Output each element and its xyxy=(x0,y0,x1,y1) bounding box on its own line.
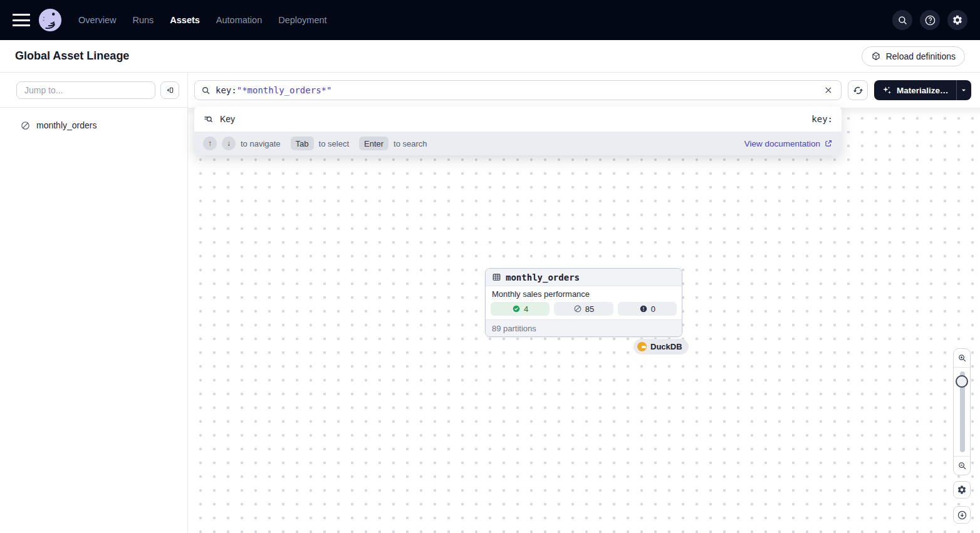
duckdb-icon xyxy=(637,342,647,351)
external-link-icon xyxy=(824,139,833,148)
help-button[interactable] xyxy=(920,10,940,30)
filter-search-icon xyxy=(203,114,214,125)
menu-icon[interactable] xyxy=(13,14,30,26)
nav-item-automation[interactable]: Automation xyxy=(216,15,262,25)
query-value-token: "*monthly_orders*" xyxy=(237,85,332,95)
query-key-token: key: xyxy=(216,85,237,95)
compute-kind-tag-duckdb[interactable]: DuckDB xyxy=(633,339,689,354)
gear-icon xyxy=(952,14,963,26)
app-root: Overview Runs Assets Automation Deployme… xyxy=(0,0,980,533)
compute-kind-label: DuckDB xyxy=(650,342,682,351)
missing-count: 85 xyxy=(585,304,594,314)
asset-selection-input[interactable]: key:"*monthly_orders*" xyxy=(194,80,842,100)
chevron-down-icon xyxy=(960,86,967,94)
nav-item-deployment[interactable]: Deployment xyxy=(278,15,326,25)
zoom-out-button[interactable] xyxy=(954,457,970,475)
slash-circle-icon xyxy=(573,304,582,313)
refresh-graph-button[interactable] xyxy=(848,80,868,100)
asset-sidebar: monthly_orders xyxy=(0,73,188,533)
materialized-partitions-pill: 4 xyxy=(491,302,550,316)
materialize-label: Materialize… xyxy=(897,86,949,95)
search-icon xyxy=(897,15,908,26)
close-icon xyxy=(824,86,833,95)
asset-node-body: Monthly sales performance 4 85 0 xyxy=(486,286,682,319)
asset-node-footer: 89 partitions xyxy=(486,319,682,336)
search-suggestion-dropdown: Key key: ↑ ↓ to navigate Tab to select E… xyxy=(194,106,842,155)
missing-partitions-pill: 85 xyxy=(554,302,613,316)
zoom-slider xyxy=(954,368,970,456)
materialize-button[interactable]: Materialize… xyxy=(874,80,956,100)
dagster-logo-icon[interactable] xyxy=(38,8,62,32)
collapse-panel-icon xyxy=(165,85,175,95)
reload-definitions-button[interactable]: Reload definitions xyxy=(862,46,965,66)
enter-key-chip: Enter xyxy=(359,137,388,150)
gear-icon xyxy=(957,485,967,495)
asset-node-monthly-orders[interactable]: monthly_orders Monthly sales performance… xyxy=(485,268,682,337)
select-hint: to select xyxy=(319,139,349,148)
page-header: Global Asset Lineage Reload definitions xyxy=(0,40,980,73)
download-circle-icon xyxy=(957,510,967,520)
arrow-up-key-icon: ↑ xyxy=(203,137,217,150)
graph-settings-button[interactable] xyxy=(953,481,971,499)
reload-definitions-label: Reload definitions xyxy=(886,51,956,61)
zoom-in-button[interactable] xyxy=(954,349,970,367)
dropdown-footer: ↑ ↓ to navigate Tab to select Enter to s… xyxy=(194,132,842,155)
top-nav: Overview Runs Assets Automation Deployme… xyxy=(0,0,980,40)
partition-status-pills: 4 85 0 xyxy=(491,302,677,316)
sidebar-toolbar xyxy=(0,73,187,108)
nav-item-overview[interactable]: Overview xyxy=(78,15,116,25)
asset-name: monthly_orders xyxy=(506,272,580,282)
sparkles-icon xyxy=(882,85,892,96)
asset-description: Monthly sales performance xyxy=(491,289,677,302)
arrow-down-key-icon: ↓ xyxy=(222,137,236,150)
clear-search-button[interactable] xyxy=(821,83,836,98)
page-title: Global Asset Lineage xyxy=(15,49,129,63)
asset-node-header: monthly_orders xyxy=(486,269,682,286)
search-button[interactable] xyxy=(892,10,912,30)
search-hint: to search xyxy=(394,139,427,148)
collapse-panel-button[interactable] xyxy=(160,81,179,99)
view-documentation-label: View documentation xyxy=(744,139,820,148)
materialized-count: 4 xyxy=(524,304,528,314)
materialize-split-button: Materialize… xyxy=(874,80,971,100)
view-documentation-link[interactable]: View documentation xyxy=(744,139,833,148)
nav-item-assets[interactable]: Assets xyxy=(170,15,200,25)
materialize-options-button[interactable] xyxy=(956,80,971,100)
partitions-count-label: 89 partitions xyxy=(492,324,536,333)
nav-item-runs[interactable]: Runs xyxy=(132,15,154,25)
jump-to-input[interactable] xyxy=(16,81,155,99)
table-icon xyxy=(492,272,501,282)
tab-key-chip: Tab xyxy=(291,137,314,150)
zoom-slider-handle[interactable] xyxy=(956,375,968,388)
settings-button[interactable] xyxy=(947,10,967,30)
check-circle-icon xyxy=(512,304,521,313)
unpartitioned-status-icon xyxy=(20,120,31,131)
refresh-icon xyxy=(853,85,863,96)
alert-circle-icon xyxy=(639,304,648,313)
suggestion-row-key[interactable]: Key key: xyxy=(194,106,842,132)
failed-count: 0 xyxy=(651,304,655,314)
lineage-main: monthly_orders Monthly sales performance… xyxy=(188,73,980,533)
sidebar-item-label: monthly_orders xyxy=(36,120,97,130)
code-location-icon xyxy=(871,51,881,61)
suggestion-hint: key: xyxy=(811,114,833,124)
zoom-control-group xyxy=(953,348,971,475)
navigate-hint: to navigate xyxy=(241,139,281,148)
download-image-button[interactable] xyxy=(953,506,971,524)
search-icon xyxy=(201,86,211,95)
asset-selection-query: key:"*monthly_orders*" xyxy=(216,85,331,95)
zoom-in-icon xyxy=(957,353,967,363)
failed-partitions-pill: 0 xyxy=(618,302,677,316)
help-icon xyxy=(924,14,936,26)
nav-utilities xyxy=(892,10,967,30)
sidebar-item-monthly-orders[interactable]: monthly_orders xyxy=(0,115,187,135)
primary-nav: Overview Runs Assets Automation Deployme… xyxy=(78,15,327,25)
suggestion-label: Key xyxy=(220,114,235,124)
zoom-out-icon xyxy=(957,461,967,470)
